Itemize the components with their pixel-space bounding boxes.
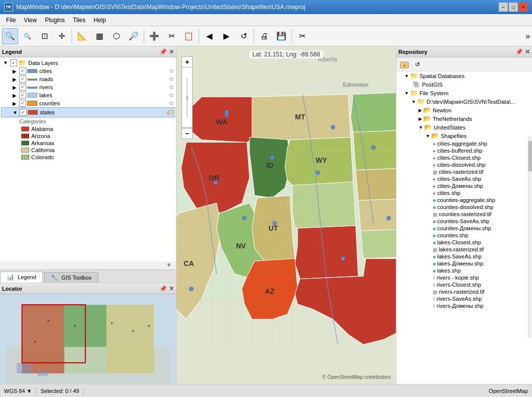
menu-help[interactable]: Help <box>89 16 110 25</box>
repo-newton[interactable]: ▶ 📂 Newton <box>396 106 532 114</box>
repo-unitedstates[interactable]: ▼ 📂 UnitedStates <box>396 123 532 131</box>
expand-icon: ▼ <box>426 134 430 139</box>
save-image-button[interactable]: 💾 <box>273 28 289 44</box>
print-button[interactable]: 🖨 <box>256 28 272 44</box>
repo-file-rivers-rasterized[interactable]: ▦ rivers-rasterized.tif <box>396 288 532 295</box>
data-layers-group[interactable]: ▼ 📁 Data Layers <box>1 58 175 67</box>
repo-pin-button[interactable]: 📌 <box>515 48 523 55</box>
projection-dropdown[interactable]: WGS 84 ▼ <box>4 388 32 394</box>
states-checkbox[interactable] <box>20 109 27 116</box>
repo-file-cities-dissolved[interactable]: ● cities-dissolved.shp <box>396 161 532 168</box>
repo-file-counties-rasterized[interactable]: ▦ counties-rasterized.tif <box>396 211 532 218</box>
pan-button[interactable]: ✛ <box>53 28 70 44</box>
repo-file-counties-domeny[interactable]: ■ counties-Домены.shp <box>396 225 532 232</box>
minimize-button[interactable]: − <box>499 3 508 12</box>
layer-rivers[interactable]: ▶ rivers ⚙ <box>1 83 175 91</box>
repo-file-lakes-domeny[interactable]: ■ lakes-Домены.shp <box>396 260 532 267</box>
repo-file-lakes-closest[interactable]: ■ lakes-Closest.shp <box>396 239 532 246</box>
close-button[interactable]: × <box>519 3 528 12</box>
layer-counties[interactable]: ▶ counties ⚙ <box>1 99 175 107</box>
refresh-button[interactable]: ↺ <box>235 28 252 44</box>
zoom-out-map-button[interactable]: − <box>182 128 193 139</box>
arrow-right-button[interactable]: ▶ <box>218 28 234 44</box>
locator-close-button[interactable]: ✕ <box>169 285 174 292</box>
lakes-props-icon[interactable]: ⚙ <box>169 92 174 99</box>
repo-scrollbar[interactable] <box>528 136 532 338</box>
repo-file-cities-closest[interactable]: ● cities-Closest.shp <box>396 154 532 161</box>
menu-tiles[interactable]: Tiles <box>69 16 90 25</box>
shp-poly-icon: ■ <box>433 219 436 224</box>
select-rect-button[interactable]: ▦ <box>91 28 107 44</box>
menu-view[interactable]: View <box>20 16 41 25</box>
repo-file-counties-saveas[interactable]: ■ counties-SaveAs.shp <box>396 218 532 225</box>
counties-checkbox[interactable] <box>19 100 26 107</box>
legend-pin-button[interactable]: 📌 <box>159 48 167 55</box>
repo-file-counties-dissolved[interactable]: ■ counties-dissolved.shp <box>396 204 532 211</box>
zoom-layer-button[interactable]: ⊡ <box>36 28 52 44</box>
counties-props-icon[interactable]: ⚙ <box>169 100 174 107</box>
measure-button[interactable]: 📐 <box>74 28 90 44</box>
repo-file-counties-aggregate[interactable]: ■ counties-aggregate.shp <box>396 196 532 204</box>
arrow-left-button[interactable]: ◀ <box>201 28 217 44</box>
repo-file-lakes[interactable]: ■ lakes.shp <box>396 267 532 274</box>
layer-states[interactable]: ▼ states 🏷 <box>1 107 175 117</box>
locator-pin-button[interactable]: 📌 <box>159 285 167 292</box>
states-props-icon[interactable]: 🏷 <box>166 108 173 116</box>
tab-gis-toolbox[interactable]: 🔧 GIS Toolbox <box>44 272 98 283</box>
repo-file-rivers-saveas[interactable]: ⌇ rivers-SaveAs.shp <box>396 295 532 302</box>
legend-close-button[interactable]: ✕ <box>169 48 174 55</box>
lakes-checkbox[interactable] <box>19 92 26 99</box>
repo-spatial-databases[interactable]: ▼ 📁 Spatial Databases <box>396 72 532 80</box>
repo-dev-path[interactable]: ▼ 📁 D:\dev\MapwinGIS\SVN\TestData\MapWin… <box>396 97 517 106</box>
repo-file-system[interactable]: ▼ 📁 File System <box>396 89 532 97</box>
repo-file-rivers-domeny[interactable]: ⌇ rivers-Домены.shp <box>396 302 532 309</box>
repo-file-cities[interactable]: ● cities.shp <box>396 189 532 196</box>
repo-file-cities-saveas[interactable]: ● cities-SaveAs.shp <box>396 175 532 182</box>
repo-postgis[interactable]: 🐘 PostGIS <box>396 80 532 89</box>
repo-file-lakes-saveas[interactable]: ■ lakes-SaveAs.shp <box>396 253 532 260</box>
repo-scrollbar-thumb[interactable] <box>528 141 532 171</box>
rivers-checkbox[interactable] <box>19 84 26 91</box>
cut-button[interactable]: ✂ <box>294 28 310 44</box>
repo-file-cities-rasterized[interactable]: ▦ cities-rasterized.tif <box>396 168 532 175</box>
expand-icon: ▶ <box>419 108 422 113</box>
add-layer-button[interactable]: ➕ <box>146 28 162 44</box>
rivers-props-icon[interactable]: ⚙ <box>169 84 174 91</box>
repo-file-counties[interactable]: ■ counties.shp <box>396 232 532 239</box>
menu-file[interactable]: File <box>2 16 20 25</box>
select-poly-button[interactable]: ⬡ <box>108 28 125 44</box>
repo-file-rivers-kopie[interactable]: ⌇ rivers - kopie.shp <box>396 274 532 281</box>
repo-add-button[interactable]: + <box>398 59 410 70</box>
layer-lakes[interactable]: ▶ lakes ⚙ <box>1 91 175 99</box>
restore-button[interactable]: □ <box>509 3 518 12</box>
roads-props-icon[interactable]: ⚙ <box>169 76 174 83</box>
attribute-table-button[interactable]: 📋 <box>181 28 197 44</box>
repo-file-rivers-closest[interactable]: ⌇ rivers-Closest.shp <box>396 281 532 288</box>
repo-file-cities-domeny[interactable]: ● cities-Домены.shp <box>396 182 532 189</box>
zoom-handle[interactable] <box>187 96 188 100</box>
repo-refresh-button[interactable]: ↺ <box>411 59 424 70</box>
zoom-in-button[interactable]: 🔍 <box>2 28 18 44</box>
menu-plugins[interactable]: Plugins <box>41 16 69 25</box>
scroll-down[interactable]: ▼ <box>0 261 176 270</box>
layer-roads[interactable]: ▶ roads ⚙ <box>1 75 175 83</box>
repo-thenetherlands[interactable]: ▶ 📂 TheNetherlands <box>396 114 532 123</box>
repo-file-lakes-rasterized[interactable]: ▦ lakes-rasterized.tif <box>396 246 532 253</box>
zoom-slider[interactable] <box>182 68 193 128</box>
data-layers-checkbox[interactable] <box>10 59 17 67</box>
cities-checkbox[interactable] <box>19 68 26 75</box>
tab-legend[interactable]: 📊 Legend <box>0 272 43 283</box>
repo-file-cities-buffered[interactable]: ● cities-buffered.shp <box>396 147 532 154</box>
zoom-out-button[interactable]: 🔍 <box>19 28 35 44</box>
zoom-in-map-button[interactable]: + <box>182 56 193 68</box>
layer-cities[interactable]: ▶ cities ⚙ <box>1 67 175 75</box>
remove-layer-button[interactable]: ✂ <box>163 28 180 44</box>
toolbar-expand[interactable]: » <box>525 32 530 41</box>
map-area[interactable]: Alberta Edmonton WA OR CA NV ID MT WY <box>176 46 396 384</box>
roads-checkbox[interactable] <box>19 76 26 83</box>
cities-props-icon[interactable]: ⚙ <box>169 68 174 75</box>
identify-button[interactable]: 🔎 <box>126 28 142 44</box>
repo-close-button[interactable]: ✕ <box>525 48 530 55</box>
repo-shapefiles[interactable]: ▼ 📂 Shapefiles <box>396 131 532 140</box>
repo-file-cities-aggregate[interactable]: ● cities-aggregate.shp <box>396 140 532 147</box>
